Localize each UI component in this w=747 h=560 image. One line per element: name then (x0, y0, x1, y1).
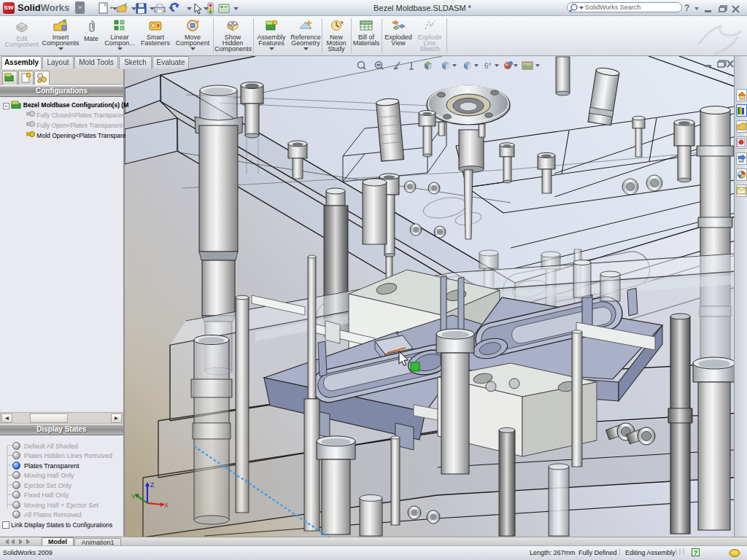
svg-text:6°: 6° (484, 62, 492, 70)
svg-text:Y: Y (131, 493, 136, 500)
svg-text:Z: Z (150, 481, 155, 489)
svg-text:X: X (164, 502, 169, 509)
